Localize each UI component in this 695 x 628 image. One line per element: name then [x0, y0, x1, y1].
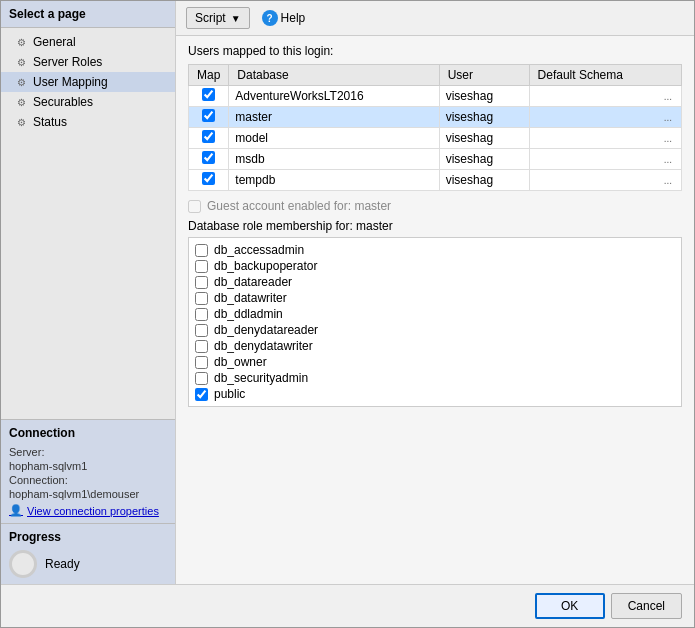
role-name: db_ddladmin	[214, 307, 283, 321]
schema-browse-button[interactable]: ...	[661, 91, 675, 102]
roles-list: db_accessadmindb_backupoperatordb_datare…	[188, 237, 682, 407]
database-cell: master	[229, 107, 439, 128]
connection-info: Server: hopham-sqlvm1 Connection: hopham…	[9, 446, 167, 500]
role-name: public	[214, 387, 245, 401]
role-checkbox[interactable]	[195, 308, 208, 321]
users-label: Users mapped to this login:	[188, 44, 682, 58]
user-cell: viseshag	[439, 86, 529, 107]
role-item: db_backupoperator	[195, 258, 675, 274]
dialog-body: Select a page ⚙ General ⚙ Server Roles ⚙…	[1, 1, 694, 584]
map-checkbox[interactable]	[202, 172, 215, 185]
sidebar-item-server-roles[interactable]: ⚙ Server Roles	[1, 52, 175, 72]
role-checkbox[interactable]	[195, 388, 208, 401]
sidebar-item-general[interactable]: ⚙ General	[1, 32, 175, 52]
user-cell: viseshag	[439, 107, 529, 128]
map-checkbox[interactable]	[202, 109, 215, 122]
role-checkbox[interactable]	[195, 244, 208, 257]
login-properties-dialog: Select a page ⚙ General ⚙ Server Roles ⚙…	[0, 0, 695, 628]
role-checkbox[interactable]	[195, 340, 208, 353]
progress-status: Ready	[45, 557, 80, 571]
main-content: Users mapped to this login: Map Database…	[176, 36, 694, 584]
user-mapping-table: Map Database User Default Schema Adventu…	[188, 64, 682, 191]
role-item: db_ddladmin	[195, 306, 675, 322]
role-name: db_denydatareader	[214, 323, 318, 337]
role-name: db_denydatawriter	[214, 339, 313, 353]
col-database: Database	[229, 65, 439, 86]
role-name: db_datawriter	[214, 291, 287, 305]
schema-cell: ...	[529, 107, 681, 128]
schema-browse-button[interactable]: ...	[661, 133, 675, 144]
view-connection-link[interactable]: 👤 View connection properties	[9, 504, 167, 517]
general-icon: ⚙	[17, 37, 29, 48]
sidebar-item-label: Status	[33, 115, 67, 129]
securables-icon: ⚙	[17, 97, 29, 108]
sidebar-item-label: User Mapping	[33, 75, 108, 89]
map-checkbox[interactable]	[202, 88, 215, 101]
progress-header: Progress	[9, 530, 167, 544]
status-icon: ⚙	[17, 117, 29, 128]
map-checkbox[interactable]	[202, 130, 215, 143]
col-schema: Default Schema	[529, 65, 681, 86]
user-cell: viseshag	[439, 170, 529, 191]
schema-browse-button[interactable]: ...	[661, 175, 675, 186]
table-row[interactable]: tempdbviseshag...	[189, 170, 682, 191]
sidebar-item-label: Server Roles	[33, 55, 102, 69]
server-roles-icon: ⚙	[17, 57, 29, 68]
cancel-button[interactable]: Cancel	[611, 593, 682, 619]
sidebar-item-label: General	[33, 35, 76, 49]
script-label: Script	[195, 11, 226, 25]
nav-items: ⚙ General ⚙ Server Roles ⚙ User Mapping …	[1, 28, 175, 419]
sidebar-item-user-mapping[interactable]: ⚙ User Mapping	[1, 72, 175, 92]
toolbar: Script ▼ ? Help	[176, 1, 694, 36]
connection-section: Connection Server: hopham-sqlvm1 Connect…	[1, 419, 175, 523]
role-item: public	[195, 386, 675, 402]
table-row[interactable]: msdbviseshag...	[189, 149, 682, 170]
schema-cell: ...	[529, 128, 681, 149]
database-cell: tempdb	[229, 170, 439, 191]
help-icon: ?	[262, 10, 278, 26]
role-checkbox[interactable]	[195, 260, 208, 273]
ok-button[interactable]: OK	[535, 593, 605, 619]
progress-content: Ready	[9, 550, 167, 578]
schema-cell: ...	[529, 149, 681, 170]
table-row[interactable]: masterviseshag...	[189, 107, 682, 128]
script-button[interactable]: Script ▼	[186, 7, 250, 29]
table-row[interactable]: AdventureWorksLT2016viseshag...	[189, 86, 682, 107]
col-user: User	[439, 65, 529, 86]
guest-account: Guest account enabled for: master	[188, 199, 682, 213]
role-name: db_accessadmin	[214, 243, 304, 257]
server-label: Server:	[9, 446, 167, 458]
role-checkbox[interactable]	[195, 324, 208, 337]
left-panel: Select a page ⚙ General ⚙ Server Roles ⚙…	[1, 1, 176, 584]
role-name: db_securityadmin	[214, 371, 308, 385]
sidebar-item-status[interactable]: ⚙ Status	[1, 112, 175, 132]
role-checkbox[interactable]	[195, 292, 208, 305]
table-row[interactable]: modelviseshag...	[189, 128, 682, 149]
view-link-label[interactable]: View connection properties	[27, 505, 159, 517]
dialog-footer: OK Cancel	[1, 584, 694, 627]
role-checkbox[interactable]	[195, 356, 208, 369]
guest-account-label: Guest account enabled for: master	[207, 199, 391, 213]
progress-spinner	[9, 550, 37, 578]
role-checkbox[interactable]	[195, 276, 208, 289]
role-name: db_datareader	[214, 275, 292, 289]
database-cell: AdventureWorksLT2016	[229, 86, 439, 107]
progress-section: Progress Ready	[1, 523, 175, 584]
role-checkbox[interactable]	[195, 372, 208, 385]
schema-browse-button[interactable]: ...	[661, 112, 675, 123]
role-section-label: Database role membership for: master	[188, 219, 682, 233]
sidebar-item-label: Securables	[33, 95, 93, 109]
database-cell: model	[229, 128, 439, 149]
schema-browse-button[interactable]: ...	[661, 154, 675, 165]
help-button[interactable]: ? Help	[254, 7, 314, 29]
guest-account-checkbox[interactable]	[188, 200, 201, 213]
role-item: db_datareader	[195, 274, 675, 290]
connection-label: Connection:	[9, 474, 167, 486]
map-checkbox[interactable]	[202, 151, 215, 164]
role-item: db_denydatareader	[195, 322, 675, 338]
connection-value: hopham-sqlvm1\demouser	[9, 488, 167, 500]
schema-cell: ...	[529, 86, 681, 107]
sidebar-item-securables[interactable]: ⚙ Securables	[1, 92, 175, 112]
schema-cell: ...	[529, 170, 681, 191]
server-value: hopham-sqlvm1	[9, 460, 167, 472]
